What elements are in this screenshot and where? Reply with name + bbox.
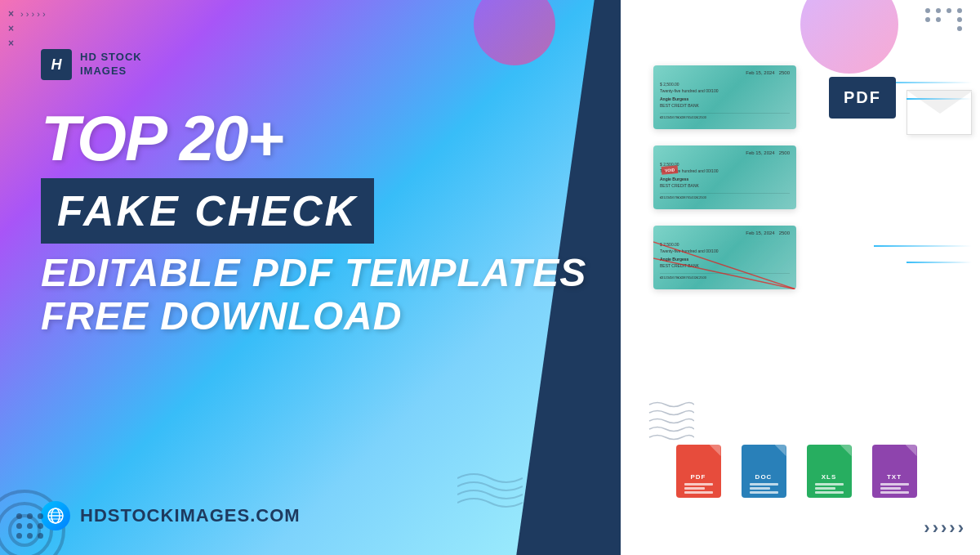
top-circle-decoration <box>800 0 898 74</box>
check-1-wrapper: Feb 15, 2024 2500 $ 2,500.00 Twenty-five… <box>653 65 796 129</box>
doc-line-2 <box>750 487 770 490</box>
right-section: Feb 15, 2024 2500 $ 2,500.00 Twenty-five… <box>621 0 980 555</box>
doc-line-1 <box>750 483 778 486</box>
pdf-lines <box>684 483 713 494</box>
doc-lines <box>750 483 778 494</box>
format-icon-xls: XLS <box>803 445 856 506</box>
txt-icon-body: TXT <box>872 445 917 498</box>
xls-lines <box>815 483 844 494</box>
xls-line-1 <box>815 483 844 486</box>
check-images-area: Feb 15, 2024 2500 $ 2,500.00 Twenty-five… <box>653 65 964 289</box>
format-icon-doc: DOC <box>737 445 791 506</box>
x-mark: × <box>8 8 14 20</box>
globe-icon <box>41 501 70 530</box>
wavy-decoration <box>457 470 523 514</box>
fake-check-badge: FAKE CHECK <box>41 178 374 244</box>
xls-icon-body: XLS <box>807 445 852 498</box>
check-row-1: Feb 15, 2024 2500 $ 2,500.00 Twenty-five… <box>653 65 964 129</box>
xls-line-3 <box>815 491 844 494</box>
xls-line-2 <box>815 487 835 490</box>
check-3-wrapper: Feb 15, 2024 2500 $ 2,500.00 Twenty-five… <box>653 226 796 289</box>
dots-grid-left <box>16 513 44 539</box>
check-2-wrapper: Feb 15, 2024 2500 $ 2,500.00 Twenty-five… <box>653 145 796 209</box>
doc-label: DOC <box>755 473 773 481</box>
main-container: × › › › › › × × H HD STOCK IMAGES <box>0 0 980 555</box>
pdf-line-1 <box>684 483 713 486</box>
txt-label: TXT <box>887 473 902 481</box>
arrow-right-2: › <box>933 517 938 539</box>
check-routing-2: ⑆012345678⑆ ⑆98765432⑆ 2500 <box>660 193 790 199</box>
txt-line-2 <box>880 487 901 490</box>
subtitle-text: EDITABLE PDF TEMPLATES FREE DOWNLOAD <box>41 252 586 338</box>
pdf-badge: PDF <box>829 77 896 119</box>
right-wavy-decoration <box>645 396 694 449</box>
check-routing-1: ⑆012345678⑆ ⑆98765432⑆ 2500 <box>660 113 790 119</box>
x-mark: × <box>8 38 14 49</box>
arrow-marks: › › › › › <box>20 9 46 19</box>
pdf-line-3 <box>684 491 713 494</box>
pdf-label: PDF <box>691 473 706 481</box>
format-icons-row: PDF DOC <box>621 445 972 506</box>
check-card-1: Feb 15, 2024 2500 $ 2,500.00 Twenty-five… <box>653 65 796 129</box>
check-bank-2: BEST CREDIT BANK <box>660 183 790 188</box>
logo-area: H HD STOCK IMAGES <box>41 49 142 80</box>
logo-text: HD STOCK IMAGES <box>80 51 142 78</box>
subtitle-line2: FREE DOWNLOAD <box>41 295 586 338</box>
check-bank-1: BEST CREDIT BANK <box>660 103 790 108</box>
svg-line-5 <box>653 242 796 289</box>
check-words-2: Twenty-five hundred and 00/100 <box>660 168 790 173</box>
arrow-right-4: › <box>949 517 955 539</box>
format-icon-pdf: PDF <box>672 445 725 506</box>
svg-line-6 <box>653 258 796 289</box>
pdf-icon-body: PDF <box>676 445 721 498</box>
top-decorations: × › › › › › × × <box>8 8 46 49</box>
format-icon-txt: TXT <box>868 445 921 506</box>
circle-decoration <box>474 0 555 65</box>
arrow-right-1: › <box>924 517 929 539</box>
txt-line-3 <box>880 491 909 494</box>
check-card-2: Feb 15, 2024 2500 $ 2,500.00 Twenty-five… <box>653 145 796 209</box>
arrows-right: › › › › › <box>924 517 964 539</box>
brand-name-line1: HD STOCK <box>80 51 142 65</box>
check-amount-2: $ 2,500.00 <box>660 162 790 167</box>
top-right-dots <box>925 8 964 31</box>
bottom-left: HDSTOCKIMAGES.COM <box>41 501 301 530</box>
check-name-1: Angie Burgess <box>660 96 790 101</box>
x-mark: × <box>8 23 14 34</box>
txt-lines <box>880 483 909 494</box>
txt-line-1 <box>880 483 909 486</box>
doc-line-3 <box>750 491 778 494</box>
website-text: HDSTOCKIMAGES.COM <box>80 505 301 526</box>
logo-letter: H <box>51 56 62 74</box>
doc-icon-body: DOC <box>742 445 786 498</box>
left-section: × › › › › › × × H HD STOCK IMAGES <box>0 0 621 555</box>
diagonal-overlay <box>653 226 796 289</box>
check-date-1: Feb 15, 2024 2500 <box>660 70 790 75</box>
arrow-right-5: › <box>958 517 964 539</box>
pdf-line-2 <box>684 487 705 490</box>
dots-cluster <box>925 8 964 31</box>
brand-name-line2: IMAGES <box>80 65 142 78</box>
check-card-3: Feb 15, 2024 2500 $ 2,500.00 Twenty-five… <box>653 226 796 289</box>
check-row-3: Feb 15, 2024 2500 $ 2,500.00 Twenty-five… <box>653 226 964 289</box>
fake-check-text: FAKE CHECK <box>57 187 358 235</box>
check-row-2: Feb 15, 2024 2500 $ 2,500.00 Twenty-five… <box>653 145 964 209</box>
logo-box: H <box>41 49 72 80</box>
check-name-2: Angie Burgess <box>660 177 790 181</box>
check-amount-1: $ 2,500.00 <box>660 82 790 87</box>
top20-text: TOP 20+ <box>41 106 586 170</box>
check-words-1: Twenty-five hundred and 00/100 <box>660 88 790 93</box>
subtitle-line1: EDITABLE PDF TEMPLATES <box>41 252 586 295</box>
arrow-right-3: › <box>941 517 947 539</box>
xls-label: XLS <box>822 473 837 481</box>
main-headline: TOP 20+ FAKE CHECK EDITABLE PDF TEMPLATE… <box>41 106 586 338</box>
check-red-stamp: VOID <box>662 165 679 175</box>
check-date-2: Feb 15, 2024 2500 <box>660 150 790 155</box>
